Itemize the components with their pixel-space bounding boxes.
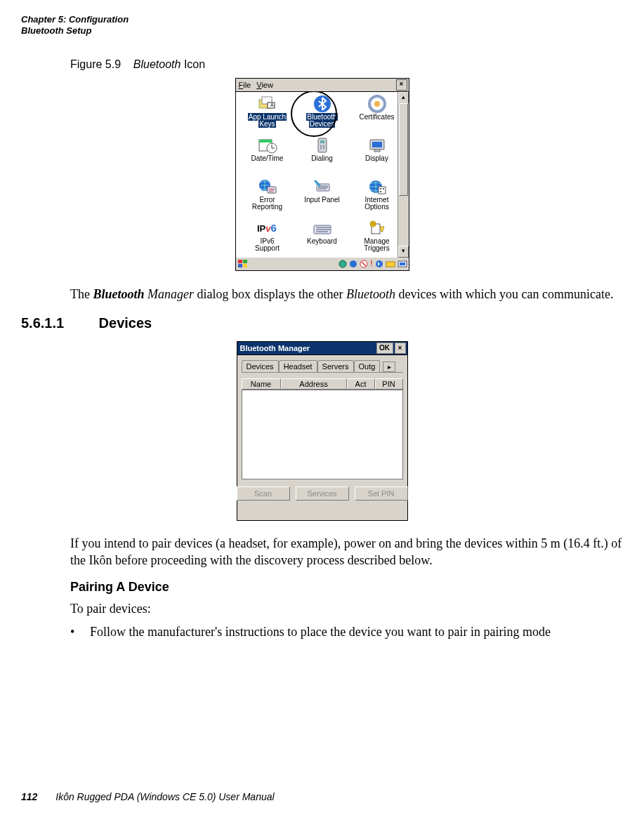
- svg-point-13: [323, 145, 324, 147]
- figure-label: Figure 5.9: [70, 58, 121, 70]
- svg-rect-18: [374, 150, 380, 152]
- chapter-title: Chapter 5: Configuration: [21, 14, 623, 25]
- close-button[interactable]: ×: [395, 343, 406, 354]
- system-tray: !: [339, 260, 407, 268]
- item-error-reporting[interactable]: ErrorReporting: [240, 178, 295, 217]
- dialog-titlebar: Bluetooth Manager OK ×: [237, 341, 408, 355]
- bullet-item: Follow the manufacturer's instructions t…: [70, 623, 625, 640]
- tray-speaker-icon[interactable]: [375, 260, 383, 268]
- item-dialing[interactable]: Dialing: [295, 136, 350, 175]
- tray-globe-icon[interactable]: [339, 260, 347, 268]
- footer-text: Ikôn Rugged PDA (Windows CE 5.0) User Ma…: [55, 791, 274, 802]
- svg-rect-41: [386, 262, 395, 267]
- label: Input Panel: [304, 196, 340, 204]
- running-header: Chapter 5: Configuration Bluetooth Setup: [21, 14, 623, 37]
- column-act[interactable]: Act: [347, 378, 375, 390]
- item-internet-options[interactable]: InternetOptions: [350, 178, 405, 217]
- column-address[interactable]: Address: [281, 378, 347, 390]
- figure-title-rest: Icon: [184, 58, 205, 70]
- label: Date/Time: [251, 154, 284, 162]
- bluetooth-devices-icon: [312, 95, 333, 113]
- subheading-pairing: Pairing A Device: [70, 580, 623, 595]
- scroll-up-button[interactable]: ▴: [398, 92, 409, 104]
- item-manage-triggers[interactable]: ManageTriggers: [350, 219, 405, 258]
- svg-text:IPv6: IPv6: [257, 222, 277, 234]
- svg-rect-8: [259, 140, 272, 143]
- set-pin-button[interactable]: Set PIN: [355, 486, 408, 501]
- scroll-down-button[interactable]: ▾: [398, 246, 409, 258]
- display-icon: [367, 136, 388, 154]
- label: Dialing: [311, 154, 333, 162]
- tray-card-icon[interactable]: [386, 260, 395, 268]
- svg-rect-25: [383, 188, 384, 190]
- item-bluetooth-devices[interactable]: BluetoothDevices: [295, 95, 350, 134]
- tab-servers[interactable]: Servers: [317, 360, 354, 372]
- close-button[interactable]: ×: [396, 79, 407, 91]
- item-ipv6-support[interactable]: IPv6 IPv6Support: [240, 219, 295, 258]
- tray-desktop-icon[interactable]: [397, 260, 407, 268]
- device-listbox[interactable]: [242, 390, 403, 479]
- dialog-title: Bluetooth Manager: [240, 344, 310, 352]
- body-paragraph-2: If you intend to pair devices (a headset…: [70, 535, 625, 569]
- keyboard-icon: [312, 219, 333, 237]
- tray-warning-icon[interactable]: !: [370, 260, 372, 267]
- tray-alert-icon[interactable]: [360, 260, 368, 268]
- column-name[interactable]: Name: [242, 378, 281, 390]
- svg-rect-11: [320, 140, 324, 143]
- tab-strip: Devices Headset Servers Outg ▸: [242, 358, 403, 373]
- item-app-launch-keys[interactable]: A App LaunchKeys: [240, 95, 295, 134]
- taskbar: !: [235, 258, 409, 271]
- svg-point-15: [323, 147, 324, 149]
- label: Manage: [364, 237, 389, 245]
- ok-button[interactable]: OK: [376, 343, 393, 354]
- svg-rect-17: [372, 142, 382, 147]
- label: Internet: [365, 196, 389, 204]
- column-pin[interactable]: PIN: [375, 378, 403, 390]
- item-display[interactable]: Display: [350, 136, 405, 175]
- item-keyboard[interactable]: Keyboard: [295, 219, 350, 258]
- menu-view[interactable]: View: [256, 81, 273, 89]
- bullet-dot: [70, 623, 90, 640]
- svg-rect-26: [380, 191, 381, 192]
- label: Certificates: [359, 113, 394, 121]
- page-number: 112: [21, 791, 37, 802]
- tray-network-icon[interactable]: [349, 260, 357, 268]
- figure-caption: Figure 5.9 Bluetooth Icon: [70, 58, 623, 71]
- svg-point-36: [350, 260, 357, 267]
- scroll-thumb[interactable]: [399, 103, 408, 196]
- input-panel-icon: [312, 178, 333, 196]
- label: IPv6: [260, 237, 274, 245]
- services-button[interactable]: Services: [296, 486, 349, 501]
- dialing-icon: [312, 136, 333, 154]
- body-paragraph-3: To pair devices:: [70, 600, 625, 617]
- scan-button[interactable]: Scan: [237, 486, 290, 501]
- svg-rect-34: [243, 264, 247, 267]
- certificates-icon: [367, 95, 388, 113]
- internet-options-icon: [367, 178, 388, 196]
- tab-devices[interactable]: Devices: [242, 360, 279, 372]
- screenshot-bluetooth-manager: Bluetooth Manager OK × Devices Headset S…: [237, 341, 408, 521]
- svg-rect-24: [380, 188, 381, 190]
- tab-outgoing[interactable]: Outg: [354, 360, 381, 372]
- page-footer: 112 Ikôn Rugged PDA (Windows CE 5.0) Use…: [21, 791, 275, 802]
- svg-rect-33: [238, 264, 242, 267]
- tab-headset[interactable]: Headset: [279, 360, 317, 372]
- start-button-icon[interactable]: [237, 259, 249, 269]
- tab-scroll-right[interactable]: ▸: [383, 362, 395, 372]
- svg-point-35: [339, 260, 346, 267]
- label: Display: [365, 154, 388, 162]
- item-date-time[interactable]: Date/Time: [240, 136, 295, 175]
- manage-triggers-icon: [367, 219, 388, 237]
- label: App Launch: [248, 113, 287, 121]
- menubar: File View ×: [235, 78, 409, 92]
- date-time-icon: [257, 136, 278, 154]
- item-input-panel[interactable]: Input Panel: [295, 178, 350, 217]
- app-launch-keys-icon: A: [257, 95, 278, 113]
- scrollbar[interactable]: ▴ ▾: [397, 92, 409, 258]
- item-certificates[interactable]: Certificates: [350, 95, 405, 134]
- error-reporting-icon: [257, 178, 278, 196]
- label: Keyboard: [307, 237, 337, 245]
- menu-file[interactable]: File: [239, 81, 251, 89]
- svg-rect-43: [400, 263, 405, 265]
- section-number: 5.6.1.1: [21, 315, 95, 331]
